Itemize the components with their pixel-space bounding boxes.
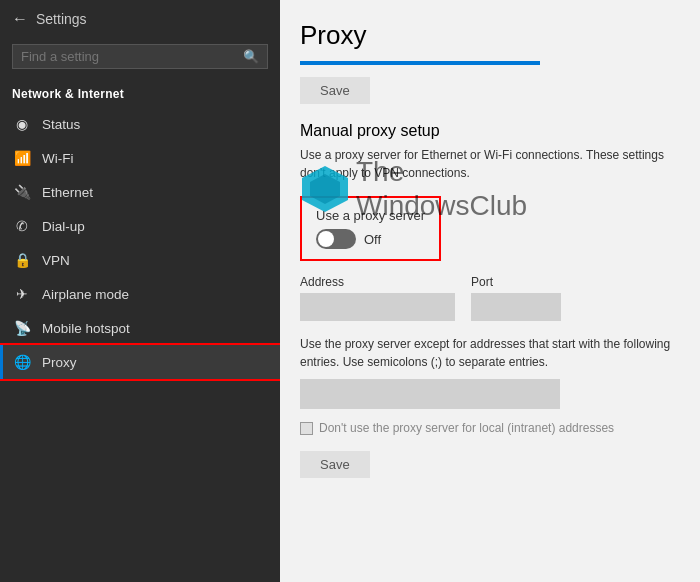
- sidebar-item-proxy-label: Proxy: [42, 355, 77, 370]
- sidebar-item-wifi-label: Wi-Fi: [42, 151, 73, 166]
- sidebar-item-ethernet[interactable]: 🔌 Ethernet: [0, 175, 280, 209]
- local-checkbox-row[interactable]: Don't use the proxy server for local (in…: [300, 421, 680, 435]
- airplane-icon: ✈: [12, 286, 32, 302]
- sidebar-item-dialup[interactable]: ✆ Dial-up: [0, 209, 280, 243]
- exceptions-desc: Use the proxy server except for addresse…: [300, 335, 680, 371]
- sidebar-item-airplane-label: Airplane mode: [42, 287, 129, 302]
- sidebar-item-airplane[interactable]: ✈ Airplane mode: [0, 277, 280, 311]
- proxy-icon: 🌐: [12, 354, 32, 370]
- status-icon: ◉: [12, 116, 32, 132]
- wifi-icon: 📶: [12, 150, 32, 166]
- sidebar-item-wifi[interactable]: 📶 Wi-Fi: [0, 141, 280, 175]
- toggle-knob: [318, 231, 334, 247]
- address-input[interactable]: [300, 293, 455, 321]
- sidebar-item-dialup-label: Dial-up: [42, 219, 85, 234]
- save-top-button[interactable]: Save: [300, 77, 370, 104]
- sidebar-item-ethernet-label: Ethernet: [42, 185, 93, 200]
- vpn-icon: 🔒: [12, 252, 32, 268]
- sidebar: ← Settings 🔍 Network & Internet ◉ Status…: [0, 0, 280, 582]
- sidebar-section-label: Network & Internet: [0, 79, 280, 107]
- address-label: Address: [300, 275, 455, 289]
- port-label: Port: [471, 275, 561, 289]
- sidebar-item-vpn[interactable]: 🔒 VPN: [0, 243, 280, 277]
- port-field-group: Port: [471, 275, 561, 321]
- main-content: The WindowsClub Proxy Save Manual proxy …: [280, 0, 700, 582]
- manual-section-desc: Use a proxy server for Ethernet or Wi-Fi…: [300, 146, 680, 182]
- local-checkbox-label: Don't use the proxy server for local (in…: [319, 421, 614, 435]
- proxy-toggle-box: Use a proxy server Off: [300, 196, 441, 261]
- back-button[interactable]: ←: [12, 10, 28, 28]
- local-checkbox[interactable]: [300, 422, 313, 435]
- sidebar-item-hotspot-label: Mobile hotspot: [42, 321, 130, 336]
- progress-bar: [300, 61, 540, 65]
- sidebar-title-label: Settings: [36, 11, 87, 27]
- sidebar-item-proxy[interactable]: 🌐 Proxy: [0, 345, 280, 379]
- sidebar-item-status-label: Status: [42, 117, 80, 132]
- ethernet-icon: 🔌: [12, 184, 32, 200]
- page-title: Proxy: [300, 20, 680, 51]
- address-port-row: Address Port: [300, 275, 680, 321]
- sidebar-header: ← Settings: [0, 0, 280, 38]
- search-box[interactable]: 🔍: [12, 44, 268, 69]
- sidebar-item-vpn-label: VPN: [42, 253, 70, 268]
- hotspot-icon: 📡: [12, 320, 32, 336]
- port-input[interactable]: [471, 293, 561, 321]
- search-icon: 🔍: [243, 49, 259, 64]
- sidebar-item-hotspot[interactable]: 📡 Mobile hotspot: [0, 311, 280, 345]
- save-bottom-button[interactable]: Save: [300, 451, 370, 478]
- search-input[interactable]: [21, 49, 243, 64]
- proxy-toggle-label: Use a proxy server: [316, 208, 425, 223]
- address-field-group: Address: [300, 275, 455, 321]
- exceptions-input[interactable]: [300, 379, 560, 409]
- manual-section-title: Manual proxy setup: [300, 122, 680, 140]
- toggle-state-text: Off: [364, 232, 381, 247]
- toggle-row: Off: [316, 229, 425, 249]
- dialup-icon: ✆: [12, 218, 32, 234]
- proxy-toggle-switch[interactable]: [316, 229, 356, 249]
- sidebar-item-status[interactable]: ◉ Status: [0, 107, 280, 141]
